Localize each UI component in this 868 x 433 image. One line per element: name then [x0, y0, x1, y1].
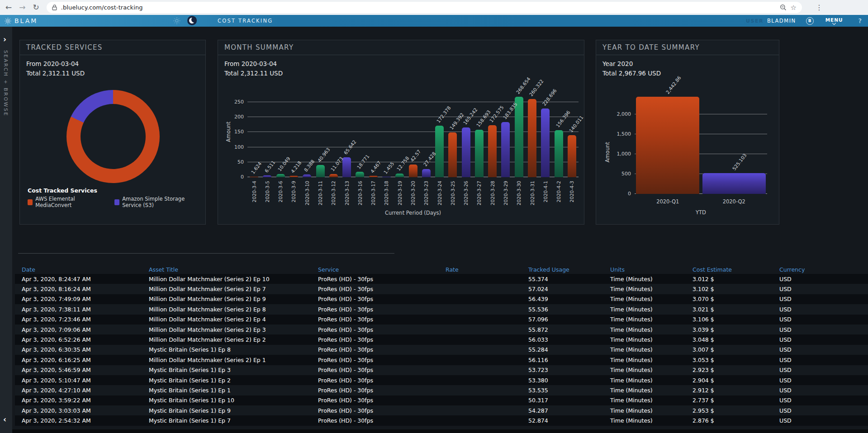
rail-collapse-chevron-icon[interactable]: ‹ [3, 415, 6, 424]
table-row[interactable]: Apr 3, 2020, 7:49:09 AMMillion Dollar Ma… [15, 294, 868, 304]
bar[interactable] [488, 125, 497, 177]
padlock-icon[interactable] [52, 5, 57, 10]
sidebar-item-search-browse[interactable]: SEARCH + BROWSE [3, 50, 9, 117]
table-row[interactable]: Apr 3, 2020, 5:46:59 AMMystic Britain (S… [15, 365, 868, 375]
panel-title: YEAR TO DATE SUMMARY [596, 40, 779, 55]
blam-logo[interactable]: BLAM [4, 15, 38, 27]
rail-expand-chevron-icon[interactable]: › [3, 35, 6, 44]
browser-menu-icon[interactable]: ⋮ [816, 3, 823, 12]
bar[interactable] [382, 177, 391, 177]
bar[interactable] [475, 130, 484, 177]
bar[interactable] [395, 174, 404, 177]
table-row[interactable]: Apr 3, 2020, 3:03:03 AMMystic Britain (S… [15, 405, 868, 415]
reload-icon[interactable]: ↻ [33, 4, 39, 11]
cell: Time (Minutes) [603, 346, 686, 353]
bar[interactable] [448, 132, 457, 177]
blam-logo-icon [4, 17, 12, 25]
cell: Apr 3, 2020, 5:10:47 AM [15, 377, 142, 384]
cell: Apr 3, 2020, 4:27:10 AM [15, 387, 142, 394]
cell: 2.904 $ [686, 377, 773, 384]
ytd-total: Total 2,967.96 USD [602, 69, 773, 78]
bar[interactable] [329, 174, 338, 177]
username: BLADMIN [767, 18, 796, 24]
bar[interactable] [356, 172, 364, 177]
legend-item: Amazon Simple Storage Service (S3) [114, 196, 205, 208]
table-row[interactable]: Apr 3, 2020, 7:23:46 AMMillion Dollar Ma… [15, 315, 868, 325]
table-row[interactable]: Apr 3, 2020, 7:09:06 AMMillion Dollar Ma… [15, 325, 868, 334]
dark-theme-moon-toggle[interactable] [187, 16, 197, 25]
address-bar[interactable]: .bluelucy.com/cost-tracking ☆ [47, 2, 802, 13]
bar[interactable] [541, 108, 550, 177]
bar[interactable] [409, 165, 417, 177]
month-total: Total 2,312.11 USD [224, 69, 578, 78]
cell: Apr 3, 2020, 6:16:25 AM [15, 357, 142, 363]
column-header[interactable]: Currency [773, 266, 868, 273]
table-row[interactable]: Apr 3, 2020, 6:16:25 AMMillion Dollar Ma… [15, 355, 868, 365]
x-tick: 2020-3-11 [313, 181, 327, 207]
cell: Mystic Britain (Series 1) Ep 2 [142, 377, 311, 384]
bar[interactable] [316, 165, 325, 177]
help-icon[interactable]: ? [859, 17, 862, 24]
cell: 2.912 $ [686, 387, 773, 394]
menu-button[interactable]: MENU [825, 17, 843, 24]
cell: ProRes (HD) - 30fps [311, 346, 439, 353]
bar[interactable] [501, 122, 510, 177]
x-tick-label: 2020-3-11 [318, 181, 323, 205]
bars-row: 1.6246.51110.0494.2188.38840.96311.07365… [247, 102, 579, 177]
bar[interactable] [369, 176, 378, 177]
column-header[interactable]: Tracked Usage [522, 266, 603, 273]
bar[interactable] [555, 130, 563, 177]
table-row[interactable]: Apr 3, 2020, 2:54:32 AMMystic Britain (S… [15, 415, 868, 425]
user-avatar-badge[interactable]: B [806, 17, 814, 25]
column-header[interactable]: Asset Title [142, 266, 311, 273]
column-header[interactable]: Service [311, 266, 439, 273]
bar[interactable] [342, 157, 351, 177]
zoom-out-icon[interactable] [780, 4, 787, 11]
y-tick-label: 1,500 [611, 131, 631, 137]
column-header[interactable]: Date [15, 266, 142, 273]
bar-slot: 268.654 [512, 102, 526, 177]
bar[interactable] [263, 175, 271, 177]
bar[interactable] [636, 97, 699, 194]
bar-value-label: 260.322 [528, 79, 545, 98]
cell: USD [773, 326, 868, 333]
bar[interactable] [515, 97, 523, 177]
x-axis-title: Current Period (Days) [247, 210, 579, 216]
bar-slot: 8.388 [300, 102, 313, 177]
table-row[interactable]: Apr 3, 2020, 3:59:22 AMMystic Britain (S… [15, 395, 868, 405]
table-row[interactable]: Apr 3, 2020, 8:16:24 AMMillion Dollar Ma… [15, 284, 868, 294]
bar[interactable] [422, 169, 431, 177]
bar[interactable] [528, 99, 536, 177]
light-theme-sun-icon[interactable] [173, 17, 180, 26]
tracked-from-date: From 2020-03-04 [26, 59, 199, 69]
cell: 2.737 $ [686, 397, 773, 404]
cell: 3.021 $ [686, 306, 773, 313]
bar[interactable] [568, 135, 576, 177]
url-text[interactable]: .bluelucy.com/cost-tracking [61, 4, 776, 11]
bookmark-star-icon[interactable]: ☆ [791, 4, 797, 12]
back-arrow-icon[interactable]: ← [5, 4, 12, 11]
bar[interactable] [289, 176, 298, 177]
column-header[interactable]: Cost Estimate [686, 266, 773, 273]
table-row[interactable]: Apr 3, 2020, 6:30:35 AMMystic Britain (S… [15, 345, 868, 355]
bar[interactable] [250, 177, 258, 177]
bar[interactable] [435, 126, 444, 177]
column-header[interactable]: Units [603, 266, 686, 273]
table-row[interactable]: Apr 3, 2020, 5:10:47 AMMystic Britain (S… [15, 375, 868, 385]
forward-arrow-icon[interactable]: → [19, 4, 25, 11]
table-row[interactable]: Apr 3, 2020, 4:27:10 AMMystic Britain (S… [15, 385, 868, 395]
bar[interactable] [462, 127, 470, 177]
table-row[interactable]: Apr 3, 2020, 8:24:47 AMMillion Dollar Ma… [15, 274, 868, 284]
panel-title: TRACKED SERVICES [20, 40, 205, 55]
bar-value-label: 140.011 [568, 114, 584, 133]
cell: Time (Minutes) [603, 407, 686, 414]
donut-chart[interactable] [66, 90, 160, 183]
cell: ProRes (HD) - 30fps [311, 336, 439, 343]
bar[interactable] [702, 173, 766, 194]
table-row[interactable]: Apr 3, 2020, 6:52:26 AMMillion Dollar Ma… [15, 334, 868, 344]
table-row[interactable]: Apr 3, 2020, 7:38:11 AMMillion Dollar Ma… [15, 304, 868, 314]
bar-slot: 183.835 [499, 102, 512, 177]
bar[interactable] [276, 174, 285, 177]
column-header[interactable]: Rate [439, 266, 522, 273]
bar[interactable] [303, 174, 311, 177]
